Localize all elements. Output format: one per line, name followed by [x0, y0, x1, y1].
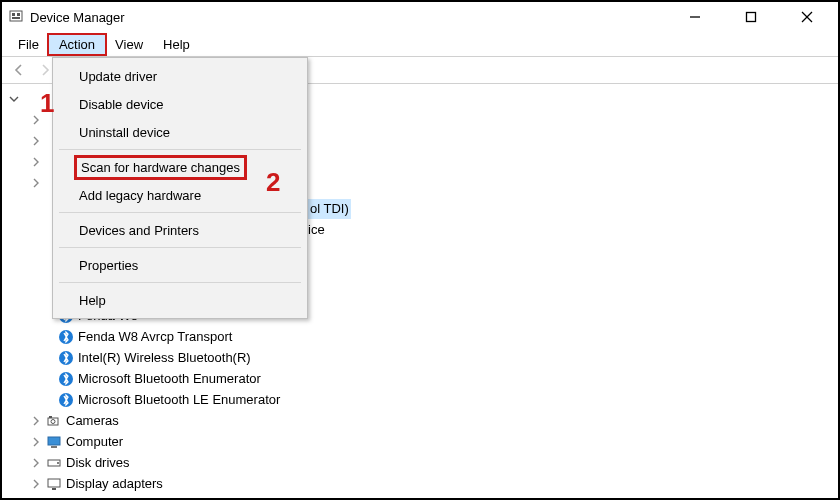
tree-node-cameras[interactable]: Cameras	[8, 410, 838, 431]
chevron-right-icon[interactable]	[30, 478, 42, 490]
menu-separator	[59, 247, 301, 248]
tree-item-label: Display adapters	[66, 474, 163, 494]
chip-icon	[46, 497, 62, 501]
menu-separator	[59, 282, 301, 283]
svg-point-14	[51, 419, 55, 423]
tree-item-label: Firmware	[66, 495, 120, 501]
bluetooth-icon	[58, 350, 74, 366]
tree-item-bluetooth-child[interactable]: Intel(R) Wireless Bluetooth(R)	[8, 347, 838, 368]
menu-uninstall-device[interactable]: Uninstall device	[53, 118, 307, 146]
chevron-right-icon[interactable]	[30, 135, 42, 147]
annotation-1: 1	[40, 88, 54, 119]
menu-help-item[interactable]: Help	[53, 286, 307, 314]
bluetooth-icon	[58, 392, 74, 408]
tree-node-display-adapters[interactable]: Display adapters	[8, 473, 838, 494]
tree-item-label: Fenda W8 Avrcp Transport	[78, 327, 232, 347]
tree-item-label: ol TDI)	[308, 199, 351, 219]
monitor-icon	[46, 434, 62, 450]
tree-item-label: Intel(R) Wireless Bluetooth(R)	[78, 348, 251, 368]
tree-item-label: Disk drives	[66, 453, 130, 473]
tree-item-bluetooth-child[interactable]: Fenda W8 Avrcp Transport	[8, 326, 838, 347]
disk-icon	[46, 455, 62, 471]
menu-devices-and-printers[interactable]: Devices and Printers	[53, 216, 307, 244]
chevron-right-icon[interactable]	[30, 156, 42, 168]
annotation-2: 2	[266, 167, 280, 198]
tree-item-selected-peek[interactable]: ol TDI)	[308, 198, 351, 219]
tree-node-firmware[interactable]: Firmware	[8, 494, 838, 500]
menu-separator	[59, 212, 301, 213]
svg-rect-1	[12, 13, 15, 16]
svg-rect-16	[48, 437, 60, 445]
bluetooth-icon	[58, 371, 74, 387]
svg-point-19	[57, 462, 59, 464]
display-icon	[46, 476, 62, 492]
tree-item-bluetooth-child[interactable]: Microsoft Bluetooth Enumerator	[8, 368, 838, 389]
menu-separator	[59, 149, 301, 150]
menu-disable-device[interactable]: Disable device	[53, 90, 307, 118]
maximize-button[interactable]	[736, 7, 766, 27]
title-bar: Device Manager	[2, 2, 838, 32]
chevron-right-icon[interactable]	[30, 415, 42, 427]
close-button[interactable]	[792, 7, 822, 27]
tree-node-computer[interactable]: Computer	[8, 431, 838, 452]
svg-rect-0	[10, 11, 22, 21]
menu-help[interactable]: Help	[153, 35, 200, 54]
menu-view[interactable]: View	[105, 35, 153, 54]
minimize-button[interactable]	[680, 7, 710, 27]
tree-node-disk-drives[interactable]: Disk drives	[8, 452, 838, 473]
menu-update-driver[interactable]: Update driver	[53, 62, 307, 90]
svg-rect-20	[48, 479, 60, 487]
tree-item-peek2[interactable]: ice	[308, 219, 325, 240]
chevron-right-icon[interactable]	[30, 457, 42, 469]
window-controls	[680, 7, 832, 27]
tree-item-bluetooth-child[interactable]: Microsoft Bluetooth LE Enumerator	[8, 389, 838, 410]
svg-rect-5	[747, 13, 756, 22]
menu-file[interactable]: File	[8, 35, 49, 54]
chevron-down-icon[interactable]	[8, 93, 20, 105]
tree-item-label: Computer	[66, 432, 123, 452]
menu-action[interactable]: Action	[49, 35, 105, 54]
app-icon	[8, 9, 24, 25]
camera-icon	[46, 413, 62, 429]
tree-item-label: Cameras	[66, 411, 119, 431]
tree-item-label: Microsoft Bluetooth LE Enumerator	[78, 390, 280, 410]
menu-properties[interactable]: Properties	[53, 251, 307, 279]
bluetooth-icon	[58, 329, 74, 345]
svg-rect-15	[49, 416, 52, 418]
tree-item-label: ice	[308, 220, 325, 240]
svg-rect-17	[51, 446, 57, 448]
back-button[interactable]	[8, 59, 30, 81]
window-title: Device Manager	[30, 10, 125, 25]
chevron-right-icon[interactable]	[30, 436, 42, 448]
svg-rect-2	[17, 13, 20, 16]
svg-rect-21	[52, 488, 56, 490]
menu-bar: File Action View Help	[2, 32, 838, 56]
tree-item-label: Microsoft Bluetooth Enumerator	[78, 369, 261, 389]
svg-rect-3	[12, 17, 20, 19]
chevron-right-icon[interactable]	[30, 177, 42, 189]
